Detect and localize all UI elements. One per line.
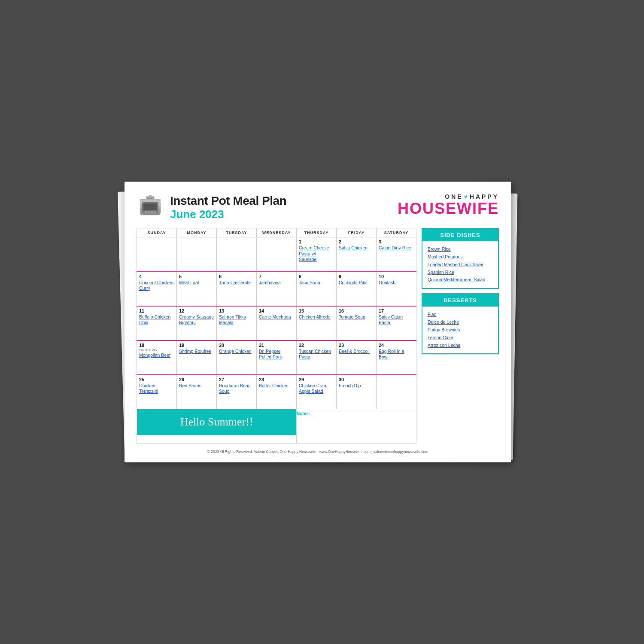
- calendar-cell: 6Tuna Casserole: [217, 272, 257, 306]
- day-sub-label: Father's Day: [139, 348, 174, 352]
- header-left: Instant Pot Meal Plan June 2023: [137, 194, 286, 221]
- calendar-cell: 12Creamy Sausage Rigatoni: [177, 306, 217, 340]
- dessert-item[interactable]: Flan: [428, 311, 493, 319]
- brand-one-happy: ONE ♥ HAPPY: [398, 194, 499, 200]
- meal-link[interactable]: Goulash: [379, 280, 414, 286]
- dessert-item[interactable]: Fudgy Brownies: [428, 326, 493, 334]
- meal-link[interactable]: Creamy Sausage Rigatoni: [179, 314, 214, 326]
- day-number: 16: [339, 308, 374, 313]
- side-dish-item[interactable]: Mashed Potatoes: [428, 253, 493, 261]
- day-number: 5: [179, 274, 214, 279]
- desserts-title: DESSERTS: [422, 294, 498, 307]
- svg-rect-4: [143, 204, 157, 210]
- calendar-week-row: 11Buffalo Chicken Chili12Creamy Sausage …: [137, 306, 416, 340]
- calendar-cell: 24Egg Roll in a Bowl: [377, 340, 416, 375]
- calendar-cell: 5Meat Loaf: [177, 272, 217, 306]
- meal-link[interactable]: Shrimp Etouffee: [179, 349, 214, 355]
- calendar-cell: 1Cream Cheese Pasta w/ Sausage: [297, 237, 337, 272]
- calendar-table: SUNDAY MONDAY TUESDAY WEDNESDAY THURSDAY…: [137, 228, 416, 444]
- calendar-cell: 22Tuscan Chicken Pasta: [297, 340, 337, 375]
- header: Instant Pot Meal Plan June 2023 ONE ♥ HA…: [137, 194, 499, 221]
- col-wednesday: WEDNESDAY: [257, 228, 297, 237]
- meal-link[interactable]: Red Beans: [179, 383, 214, 389]
- side-dishes-items: Brown RiceMashed PotatoesLoaded Mashed C…: [422, 241, 498, 288]
- meal-link[interactable]: Cajun Dirty Rice: [379, 245, 414, 251]
- day-number: 6: [219, 274, 254, 279]
- day-number: 21: [259, 343, 294, 348]
- sidebar: SIDE DISHES Brown RiceMashed PotatoesLoa…: [422, 228, 499, 358]
- side-dishes-section: SIDE DISHES Brown RiceMashed PotatoesLoa…: [422, 228, 499, 289]
- meal-link[interactable]: Cochinita Pibil: [339, 280, 374, 286]
- meal-link[interactable]: Taco Soup: [299, 280, 334, 286]
- day-number: 10: [379, 274, 414, 279]
- calendar-cell: 19Shrimp Etouffee: [177, 340, 217, 375]
- calendar-cell: 9Cochinita Pibil: [337, 272, 377, 306]
- calendar-cell: 16Tomato Soup: [337, 306, 377, 340]
- meal-link[interactable]: Chicken Alfredo: [299, 314, 334, 320]
- side-dish-item[interactable]: Brown Rice: [428, 246, 493, 253]
- dessert-item[interactable]: Dulce de Leche: [428, 319, 493, 326]
- day-number: 22: [299, 343, 334, 348]
- calendar-week-row: 4Coconut Chicken Curry5Meat Loaf6Tuna Ca…: [137, 272, 416, 306]
- svg-point-7: [151, 211, 153, 213]
- svg-point-8: [154, 211, 156, 213]
- day-number: 18: [139, 343, 174, 348]
- meal-link[interactable]: Coconut Chicken Curry: [139, 280, 174, 292]
- page-wrapper: Instant Pot Meal Plan June 2023 ONE ♥ HA…: [125, 182, 519, 462]
- meal-link[interactable]: Tuscan Chicken Pasta: [299, 349, 334, 360]
- meal-link[interactable]: Honduran Bean Soup: [219, 383, 254, 395]
- calendar-cell: 7Jambalaya: [257, 272, 297, 306]
- notes-label: Notes:: [297, 411, 310, 416]
- calendar-cell: [217, 237, 257, 272]
- meal-link[interactable]: Spicy Cajun Pasta: [379, 314, 414, 326]
- day-number: 14: [259, 308, 294, 313]
- meal-link[interactable]: Meat Loaf: [179, 280, 214, 286]
- calendar-cell: 13Salmon Tikka Masala: [217, 306, 257, 340]
- meal-link[interactable]: Chicken Cran-Apple Salad: [299, 383, 334, 395]
- meal-link[interactable]: French Dip: [339, 383, 374, 389]
- meal-link[interactable]: Cream Cheese Pasta w/ Sausage: [299, 245, 334, 263]
- meal-link[interactable]: Mongolian Beef: [139, 352, 174, 358]
- meal-link[interactable]: Beef & Broccoli: [339, 349, 374, 355]
- side-dish-item[interactable]: Quinoa Mediterranean Salad: [428, 276, 493, 284]
- calendar-cell: 30French Dip: [337, 375, 377, 409]
- calendar-week-row: 18Father's DayMongolian Beef19Shrimp Eto…: [137, 340, 416, 375]
- meal-link[interactable]: Orange Chicken: [219, 349, 254, 355]
- header-month: June 2023: [170, 208, 286, 221]
- meal-link[interactable]: Chicken Tetrazzini: [139, 383, 174, 395]
- day-number: 2: [339, 239, 374, 244]
- meal-link[interactable]: Buffalo Chicken Chili: [139, 314, 174, 326]
- calendar-cell: 21Dr. Pepper Pulled Pork: [257, 340, 297, 375]
- side-dish-item[interactable]: Loaded Mashed Cauliflower: [428, 261, 493, 269]
- meal-link[interactable]: Tuna Casserole: [219, 280, 254, 286]
- day-number: 1: [299, 239, 334, 244]
- footer-row: Hello Summer!!Notes:: [137, 409, 416, 444]
- side-dish-item[interactable]: Spanish Rice: [428, 269, 493, 276]
- meal-link[interactable]: Carne Mechada: [259, 314, 294, 320]
- calendar-cell: 4Coconut Chicken Curry: [137, 272, 177, 306]
- meal-link[interactable]: Dr. Pepper Pulled Pork: [259, 349, 294, 360]
- calendar-cell: 18Father's DayMongolian Beef: [137, 340, 177, 375]
- day-number: 8: [299, 274, 334, 279]
- dessert-item[interactable]: Arroz con Leche: [428, 342, 493, 349]
- calendar-cell: 27Honduran Bean Soup: [217, 375, 257, 409]
- calendar-week-row: 25Chicken Tetrazzini26Red Beans27Hondura…: [137, 375, 416, 409]
- col-thursday: THURSDAY: [297, 228, 337, 237]
- day-number: 26: [179, 377, 214, 382]
- day-number: 17: [379, 308, 414, 313]
- meal-link[interactable]: Salsa Chicken: [339, 245, 374, 251]
- col-tuesday: TUESDAY: [217, 228, 257, 237]
- meal-link[interactable]: Butter Chicken: [259, 383, 294, 389]
- svg-rect-9: [140, 199, 161, 201]
- day-number: 29: [299, 377, 334, 382]
- calendar-cell: 8Taco Soup: [297, 272, 337, 306]
- day-number: 3: [379, 239, 414, 244]
- hello-summer-cell: Hello Summer!!: [137, 409, 297, 444]
- meal-link[interactable]: Jambalaya: [259, 280, 294, 286]
- calendar-week-row: 1Cream Cheese Pasta w/ Sausage2Salsa Chi…: [137, 237, 416, 272]
- meal-link[interactable]: Tomato Soup: [339, 314, 374, 320]
- meal-link[interactable]: Salmon Tikka Masala: [219, 314, 254, 326]
- meal-link[interactable]: Egg Roll in a Bowl: [379, 349, 414, 360]
- dessert-item[interactable]: Lemon Cake: [428, 334, 493, 342]
- instant-pot-icon: [137, 194, 164, 221]
